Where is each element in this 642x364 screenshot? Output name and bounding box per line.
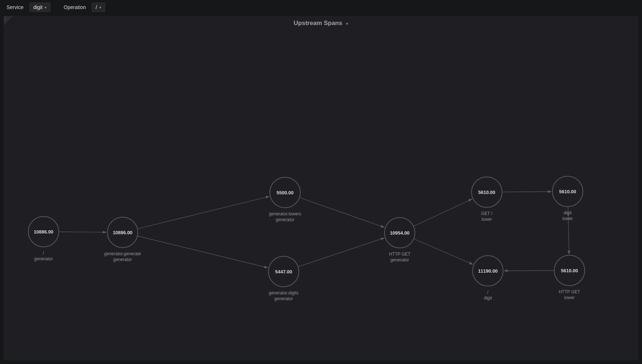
graph-node-circle: 5610.00 xyxy=(471,177,502,208)
graph-edge xyxy=(59,232,106,232)
graph-node[interactable]: 10886.00/generator xyxy=(28,216,59,262)
graph-canvas[interactable]: 10886.00/generator10886.00generator.gene… xyxy=(4,30,638,360)
toolbar: Service digit ▾ Operation / ▾ xyxy=(0,0,642,15)
graph-edge xyxy=(502,191,551,192)
panel-title[interactable]: Upstream Spans ▾ xyxy=(4,20,638,27)
graph-node-label: GET /lower xyxy=(481,211,492,222)
graph-node-label: generator.digitsgenerator xyxy=(269,290,299,302)
graph-node-label: generator.lowersgenerator xyxy=(269,211,301,223)
service-label: Service xyxy=(4,3,26,12)
service-select-value: digit xyxy=(33,4,43,10)
graph-node[interactable]: 5610.00digitlower xyxy=(552,176,583,222)
graph-node-label: /generator xyxy=(34,250,53,262)
graph-edge xyxy=(138,197,269,229)
graph-node[interactable]: 5610.00HTTP GETlower xyxy=(554,255,585,301)
graph-edge xyxy=(414,239,473,264)
graph-node[interactable]: 10954.00HTTP GETgenerator xyxy=(384,217,415,263)
chevron-down-icon: ▾ xyxy=(99,5,101,9)
graph-edge xyxy=(299,238,384,266)
graph-node-label: HTTP GETgenerator xyxy=(389,251,410,263)
chevron-down-icon: ▾ xyxy=(346,21,348,26)
graph-node-circle: 5610.00 xyxy=(554,255,585,286)
panel-title-text: Upstream Spans xyxy=(294,20,342,26)
graph-panel: i Upstream Spans ▾ 10886.00/generator108… xyxy=(4,16,638,360)
graph-node[interactable]: 10886.00generator.generategenerator xyxy=(107,217,138,262)
service-select[interactable]: digit ▾ xyxy=(29,3,51,12)
graph-node[interactable]: 11190.00/digit xyxy=(472,255,503,301)
operation-select[interactable]: / ▾ xyxy=(92,3,105,12)
graph-node-circle: 11190.00 xyxy=(472,255,503,286)
graph-edges xyxy=(4,30,638,360)
operation-label: Operation xyxy=(61,3,89,12)
graph-node-label: HTTP GETlower xyxy=(559,289,580,301)
graph-edge xyxy=(300,198,384,227)
graph-node-circle: 5610.00 xyxy=(552,176,583,207)
graph-node-label: generator.generategenerator xyxy=(104,251,141,262)
graph-node[interactable]: 5447.00generator.digitsgenerator xyxy=(268,256,299,302)
graph-node-circle: 10954.00 xyxy=(384,217,415,248)
graph-node-circle: 10886.00 xyxy=(107,217,138,248)
graph-node-circle: 10886.00 xyxy=(28,216,59,247)
graph-edge xyxy=(414,199,472,226)
graph-edge xyxy=(138,236,268,268)
operation-select-value: / xyxy=(96,4,97,10)
chevron-down-icon: ▾ xyxy=(45,5,46,9)
graph-node[interactable]: 5500.00generator.lowersgenerator xyxy=(269,177,301,223)
graph-node-circle: 5447.00 xyxy=(268,256,299,287)
graph-edge xyxy=(504,270,554,271)
graph-node[interactable]: 5610.00GET /lower xyxy=(471,177,502,222)
graph-node-label: /digit xyxy=(484,289,492,301)
graph-node-label: digitlower xyxy=(563,210,573,222)
graph-node-circle: 5500.00 xyxy=(269,177,301,208)
